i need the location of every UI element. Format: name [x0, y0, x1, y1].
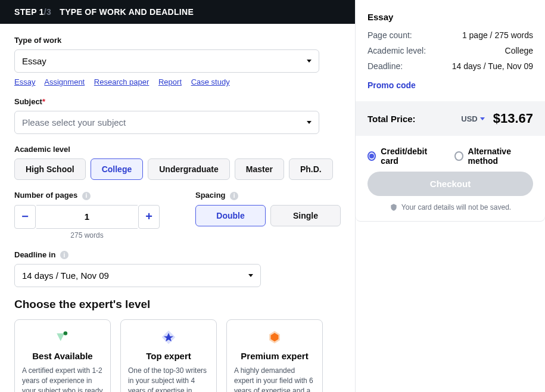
spacing-single[interactable]: Single — [270, 205, 341, 226]
expert-desc: A certified expert with 1-2 years of exp… — [22, 366, 103, 392]
pages-label: Number of pages i — [14, 191, 91, 200]
spacing-double[interactable]: Double — [195, 205, 266, 226]
pages-increment-button[interactable]: + — [138, 205, 160, 229]
expert-name: Best Available — [22, 351, 103, 361]
quicklink-research-paper[interactable]: Research paper — [94, 77, 150, 86]
expert-level-heading: Choose the expert's level — [14, 298, 341, 311]
required-asterisk: * — [42, 97, 45, 106]
card-security-note: Your card details will not be saved. — [368, 203, 533, 211]
summary-head: Essay Page count: 1 page / 275 words Aca… — [356, 0, 545, 95]
total-price-row: Total Price: USD $13.67 — [356, 101, 545, 136]
star-badge-icon — [161, 329, 176, 345]
pages-spacing-row: Number of pages i − + 275 words Spacing … — [14, 189, 341, 249]
caret-down-icon — [307, 121, 312, 124]
expert-desc: One of the top-30 writers in your subjec… — [128, 366, 209, 392]
expert-name: Premium expert — [234, 351, 315, 361]
promo-code-link[interactable]: Promo code — [368, 80, 416, 90]
step-number: STEP 1 — [14, 7, 44, 17]
form-area: Type of work Essay Essay Assignment Rese… — [0, 24, 355, 392]
expert-card-top-expert[interactable]: Top expert One of the top-30 writers in … — [120, 319, 217, 392]
subject-select[interactable]: Please select your subject — [14, 111, 319, 134]
spacing-group: Spacing i Double Single — [195, 189, 341, 239]
spacing-buttons: Double Single — [195, 205, 341, 226]
type-of-work-value: Essay — [22, 56, 46, 66]
level-master[interactable]: Master — [235, 158, 284, 180]
summary-row-page-count: Page count: 1 page / 275 words — [368, 30, 533, 40]
summary-row-deadline: Deadline: 14 days / Tue, Nov 09 — [368, 61, 533, 71]
info-icon[interactable]: i — [82, 192, 91, 200]
pages-decrement-button[interactable]: − — [14, 205, 36, 229]
subject-group: Subject* Please select your subject — [14, 96, 341, 134]
checkout-area: Checkout Your card details will not be s… — [356, 172, 545, 211]
info-icon[interactable]: i — [230, 192, 238, 200]
expert-cards: Best Available A certified expert with 1… — [14, 319, 341, 392]
deadline-label: Deadline in i — [14, 250, 68, 260]
academic-level-group: Academic level High School College Under… — [14, 144, 341, 180]
expert-name: Top expert — [128, 351, 209, 361]
step-title: TYPE OF WORK AND DEADLINE — [60, 7, 194, 17]
summary-row-academic-level: Academic level: College — [368, 46, 533, 55]
quicklink-report[interactable]: Report — [158, 77, 182, 86]
level-college[interactable]: College — [91, 158, 144, 180]
expert-desc: A highly demanded expert in your field w… — [234, 366, 315, 392]
summary-title: Essay — [368, 12, 533, 22]
caret-down-icon — [480, 117, 485, 120]
level-undergraduate[interactable]: Undergraduate — [148, 158, 230, 180]
order-summary-panel: Essay Page count: 1 page / 275 words Aca… — [355, 0, 545, 392]
check-badge-icon — [55, 329, 70, 345]
pages-group: Number of pages i − + 275 words — [14, 189, 160, 239]
type-of-work-label: Type of work — [14, 36, 61, 45]
step-total: 3 — [46, 7, 51, 17]
pages-words-hint: 275 words — [14, 231, 160, 239]
payment-alternative[interactable]: Alternative method — [454, 147, 533, 166]
currency-select[interactable]: USD — [461, 114, 484, 123]
deadline-select[interactable]: 14 days / Tue, Nov 09 — [14, 264, 261, 287]
academic-level-label: Academic level — [14, 145, 70, 154]
type-of-work-group: Type of work Essay Essay Assignment Rese… — [14, 35, 341, 86]
main-form-panel: STEP 1/3 TYPE OF WORK AND DEADLINE Type … — [0, 0, 355, 392]
total-label: Total Price: — [368, 114, 416, 124]
spacing-label: Spacing i — [195, 191, 238, 200]
shield-icon — [390, 203, 398, 211]
quicklink-assignment[interactable]: Assignment — [44, 77, 85, 86]
subject-placeholder: Please select your subject — [22, 117, 126, 127]
deadline-value: 14 days / Tue, Nov 09 — [22, 270, 109, 281]
payment-credit-card[interactable]: Credit/debit card — [368, 147, 438, 166]
caret-down-icon — [307, 60, 312, 63]
step-header: STEP 1/3 TYPE OF WORK AND DEADLINE — [0, 0, 355, 24]
level-high-school[interactable]: High School — [14, 158, 86, 180]
info-icon[interactable]: i — [60, 251, 68, 259]
radio-selected-icon — [368, 151, 376, 161]
deadline-group: Deadline in i 14 days / Tue, Nov 09 — [14, 249, 341, 288]
caret-down-icon — [248, 274, 253, 277]
premium-badge-icon — [267, 329, 282, 345]
svg-point-1 — [64, 331, 68, 335]
payment-options: Credit/debit card Alternative method — [356, 136, 545, 172]
level-phd[interactable]: Ph.D. — [289, 158, 333, 180]
type-quicklinks: Essay Assignment Research paper Report C… — [14, 77, 341, 86]
total-price: $13.67 — [493, 111, 533, 126]
checkout-button[interactable]: Checkout — [368, 172, 533, 196]
expert-card-best-available[interactable]: Best Available A certified expert with 1… — [14, 319, 111, 392]
pages-input[interactable] — [36, 205, 138, 229]
quicklink-case-study[interactable]: Case study — [191, 77, 230, 86]
type-of-work-select[interactable]: Essay — [14, 49, 319, 73]
radio-unselected-icon — [454, 151, 463, 161]
svg-marker-0 — [57, 334, 64, 341]
quicklink-essay[interactable]: Essay — [14, 77, 35, 86]
academic-level-buttons: High School College Undergraduate Master… — [14, 158, 341, 180]
expert-card-premium-expert[interactable]: Premium expert A highly demanded expert … — [226, 319, 323, 392]
subject-label: Subject* — [14, 97, 45, 106]
pages-stepper: − + — [14, 205, 160, 229]
